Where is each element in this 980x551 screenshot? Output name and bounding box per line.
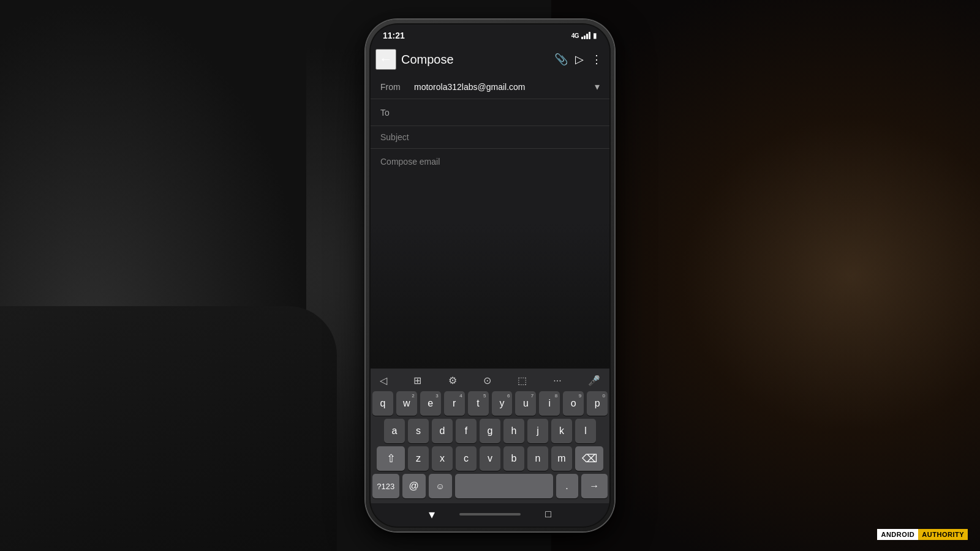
key-i[interactable]: i8	[539, 391, 560, 416]
key-g[interactable]: g	[480, 419, 500, 443]
signal-bar-1	[581, 37, 583, 39]
status-time: 11:21	[383, 31, 405, 40]
from-label: From	[380, 82, 414, 92]
key-m[interactable]: m	[551, 446, 572, 471]
kb-more-icon[interactable]: ···	[551, 374, 564, 388]
send-icon[interactable]: ▷	[575, 53, 584, 66]
key-w[interactable]: w2	[396, 391, 417, 416]
key-v[interactable]: v	[480, 446, 500, 471]
key-q[interactable]: q	[372, 391, 393, 416]
key-n[interactable]: n	[527, 446, 548, 471]
status-icons: 4G ▮	[571, 31, 597, 40]
key-e[interactable]: e3	[420, 391, 441, 416]
watermark-authority: AUTHORITY	[918, 529, 968, 540]
from-row: From motorola312labs@gmail.com ▾	[371, 75, 609, 99]
back-button[interactable]: ←	[375, 49, 396, 70]
nav-square-button[interactable]: □	[545, 509, 551, 520]
key-y[interactable]: y6	[492, 391, 513, 416]
kb-clipboard-icon[interactable]: ⊞	[411, 373, 424, 388]
key-d[interactable]: d	[432, 419, 453, 443]
signal-4g-text: 4G	[571, 32, 579, 39]
kb-bottom-row: ?123 @ ☺ . →	[372, 474, 608, 498]
from-dropdown-icon[interactable]: ▾	[595, 81, 600, 92]
signal-bar-2	[584, 36, 586, 39]
key-delete[interactable]: ⌫	[575, 446, 603, 471]
kb-row-2: a s d f g h j k l	[372, 419, 608, 443]
key-enter[interactable]: →	[581, 474, 608, 498]
subject-row[interactable]: Subject	[371, 126, 609, 149]
from-value: motorola312labs@gmail.com	[414, 82, 595, 92]
bg-table	[0, 306, 337, 551]
watermark-android: ANDROID	[877, 529, 918, 540]
app-header: ← Compose 📎 ▷ ⋮	[371, 44, 609, 75]
key-u[interactable]: u7	[515, 391, 536, 416]
status-bar: 11:21 4G ▮	[371, 24, 609, 44]
key-c[interactable]: c	[456, 446, 477, 471]
signal-bars	[581, 32, 590, 39]
battery-icon: ▮	[593, 31, 597, 40]
key-s[interactable]: s	[408, 419, 429, 443]
bg-right	[551, 0, 980, 551]
kb-back-icon[interactable]: ◁	[377, 373, 390, 388]
to-row[interactable]: To	[371, 99, 609, 126]
key-at[interactable]: @	[402, 474, 426, 498]
key-shift[interactable]: ⇧	[377, 446, 405, 471]
keyboard: ◁ ⊞ ⚙ ⊙ ⬚ ··· 🎤 q w2 e3 r4 t5 y6 u7	[371, 369, 609, 503]
key-b[interactable]: b	[503, 446, 524, 471]
key-period[interactable]: .	[556, 474, 578, 498]
key-space[interactable]	[455, 474, 553, 498]
key-x[interactable]: x	[432, 446, 453, 471]
subject-placeholder: Subject	[380, 132, 409, 142]
kb-settings-icon[interactable]: ⚙	[446, 373, 459, 388]
key-r[interactable]: r4	[444, 391, 465, 416]
kb-row-3: ⇧ z x c v b n m ⌫	[372, 446, 608, 471]
key-l[interactable]: l	[575, 419, 596, 443]
key-numbers[interactable]: ?123	[372, 474, 399, 498]
key-j[interactable]: j	[527, 419, 548, 443]
email-form: From motorola312labs@gmail.com ▾ To Subj…	[371, 75, 609, 222]
to-input[interactable]	[414, 108, 600, 118]
key-t[interactable]: t5	[468, 391, 489, 416]
key-p[interactable]: p0	[587, 391, 608, 416]
key-h[interactable]: h	[503, 419, 524, 443]
nav-home-indicator	[459, 513, 521, 515]
header-title: Compose	[401, 53, 454, 67]
kb-row-1: q w2 e3 r4 t5 y6 u7 i8 o9 p0	[372, 391, 608, 416]
signal-bar-3	[586, 34, 588, 39]
keyboard-toolbar: ◁ ⊞ ⚙ ⊙ ⬚ ··· 🎤	[372, 372, 608, 391]
signal-bar-4	[589, 32, 590, 39]
key-k[interactable]: k	[551, 419, 572, 443]
nav-back-button[interactable]: ▾	[429, 507, 435, 522]
key-z[interactable]: z	[408, 446, 429, 471]
kb-square-icon[interactable]: ⬚	[515, 373, 529, 388]
key-a[interactable]: a	[384, 419, 405, 443]
header-actions: 📎 ▷ ⋮	[554, 53, 602, 66]
compose-area[interactable]: Compose email	[371, 149, 609, 222]
more-icon[interactable]: ⋮	[591, 53, 602, 66]
phone-device: 11:21 4G ▮ ← Compose	[371, 24, 609, 527]
phone-screen: 11:21 4G ▮ ← Compose	[371, 24, 609, 527]
attach-icon[interactable]: 📎	[554, 53, 568, 66]
dark-area	[371, 222, 609, 369]
key-o[interactable]: o9	[563, 391, 584, 416]
compose-placeholder: Compose email	[380, 157, 440, 167]
nav-bar: ▾ □	[371, 503, 609, 527]
kb-circle-icon[interactable]: ⊙	[481, 373, 494, 388]
watermark: ANDROID AUTHORITY	[877, 529, 968, 540]
kb-mic-icon[interactable]: 🎤	[586, 373, 603, 388]
key-f[interactable]: f	[456, 419, 477, 443]
to-label: To	[380, 108, 414, 118]
key-emoji[interactable]: ☺	[429, 474, 452, 498]
header-left: ← Compose	[375, 49, 454, 70]
